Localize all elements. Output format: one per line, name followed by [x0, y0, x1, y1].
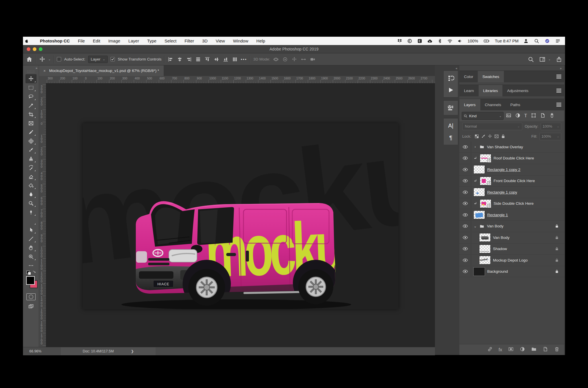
- layer-name[interactable]: Van Shadow Overlay: [487, 145, 523, 149]
- tool-button[interactable]: [26, 145, 36, 154]
- layer-visibility-toggle[interactable]: [459, 232, 471, 243]
- layer-action-button[interactable]: [487, 346, 493, 353]
- collapsed-panel-button[interactable]: ¶: [444, 132, 458, 144]
- layer-name[interactable]: Van Body: [493, 235, 510, 240]
- layer-action-button[interactable]: [554, 346, 560, 353]
- layer-action-button[interactable]: [508, 346, 514, 353]
- menubar-clock[interactable]: Tue 8:47 PM: [495, 39, 519, 43]
- layer-thumbnail[interactable]: [473, 267, 485, 276]
- layer-name[interactable]: Rectangle 1 copy 2: [487, 167, 521, 172]
- menu-item[interactable]: Filter: [181, 38, 198, 43]
- menu-item[interactable]: Layer: [124, 38, 143, 43]
- fill-field[interactable]: 100%⌄: [539, 133, 561, 140]
- status-icon[interactable]: [407, 38, 412, 44]
- menubar-right-icon[interactable]: [555, 38, 560, 44]
- layer-row[interactable]: Rectangle 1: [459, 209, 564, 221]
- layer-row[interactable]: Roof Double Click Here: [459, 153, 564, 164]
- screen-mode-button[interactable]: [28, 304, 34, 309]
- more-options-icon[interactable]: •••: [241, 57, 247, 62]
- layer-row[interactable]: Rectangle 1 copy 2: [459, 164, 564, 176]
- align-button-icon[interactable]: [223, 56, 229, 62]
- search-icon[interactable]: [528, 56, 534, 63]
- align-button-icon[interactable]: [177, 56, 183, 62]
- tool-button[interactable]: [26, 217, 36, 225]
- panel-tab[interactable]: Adjustments: [502, 85, 533, 96]
- layer-visibility-toggle[interactable]: [459, 209, 471, 221]
- tool-button[interactable]: [26, 154, 36, 163]
- layer-action-button[interactable]: [543, 346, 548, 353]
- swap-colors-icon[interactable]: [32, 270, 36, 274]
- status-chevron-icon[interactable]: ❯: [131, 349, 134, 353]
- menu-item[interactable]: Type: [143, 38, 160, 43]
- layer-visibility-toggle[interactable]: [459, 221, 471, 232]
- home-icon[interactable]: [26, 56, 33, 63]
- panel-tab[interactable]: Paths: [506, 99, 525, 110]
- zoom-window-button[interactable]: [39, 47, 42, 51]
- menu-item[interactable]: View: [212, 38, 229, 43]
- layer-thumbnail[interactable]: mockup: [479, 256, 491, 264]
- opacity-field[interactable]: 100%⌄: [541, 123, 561, 130]
- menu-item[interactable]: Photoshop CC: [36, 38, 74, 43]
- tool-button[interactable]: [26, 234, 36, 243]
- chevron-down-icon[interactable]: ⌄: [48, 58, 51, 61]
- filter-type-button[interactable]: T: [524, 113, 527, 118]
- tool-button[interactable]: [26, 128, 36, 137]
- status-icon[interactable]: [457, 38, 463, 44]
- panel-tab[interactable]: Libraries: [479, 85, 503, 96]
- layer-visibility-toggle[interactable]: [459, 198, 471, 209]
- close-tab-icon[interactable]: ×: [43, 69, 46, 73]
- lock-option-icon[interactable]: [474, 134, 479, 139]
- menu-item[interactable]: Help: [252, 38, 269, 43]
- status-icon[interactable]: [437, 38, 442, 44]
- layer-row[interactable]: Background: [459, 266, 564, 278]
- filter-type-button[interactable]: [549, 113, 555, 119]
- menubar-right-icon[interactable]: [545, 38, 550, 44]
- status-icon[interactable]: [427, 38, 432, 44]
- tool-button[interactable]: [26, 225, 36, 234]
- layer-name[interactable]: Side Double Click Here: [494, 201, 534, 206]
- move-tool-icon[interactable]: [39, 56, 45, 63]
- align-button-icon[interactable]: [204, 56, 210, 62]
- menu-item[interactable]: Window: [229, 38, 252, 43]
- tool-button[interactable]: [26, 261, 36, 270]
- layer-name[interactable]: Background: [487, 269, 508, 274]
- layer-name[interactable]: Front Double Click Here: [494, 179, 535, 183]
- collapsed-panel-button[interactable]: [444, 72, 458, 84]
- layer-row[interactable]: Van Body: [459, 232, 564, 243]
- layer-visibility-toggle[interactable]: [459, 164, 471, 175]
- layer-row[interactable]: Shadow: [459, 243, 564, 255]
- horizontal-ruler[interactable]: 3002001000100200300400500600700800900100…: [39, 76, 435, 83]
- default-colors-controls[interactable]: [25, 270, 37, 274]
- layer-action-button[interactable]: [520, 346, 525, 353]
- tool-button[interactable]: [26, 110, 36, 119]
- tool-button[interactable]: [26, 190, 36, 199]
- tool-button[interactable]: [26, 199, 36, 208]
- align-button-icon[interactable]: [168, 56, 173, 62]
- panels-expand-icon[interactable]: »: [459, 65, 564, 71]
- status-icon[interactable]: [447, 38, 452, 44]
- collapsed-panel-button[interactable]: [444, 84, 458, 96]
- panel-tab[interactable]: Color: [459, 71, 478, 82]
- layer-visibility-toggle[interactable]: [459, 141, 471, 153]
- collapsed-panel-button[interactable]: A|: [444, 120, 458, 132]
- tool-button[interactable]: [26, 83, 36, 92]
- filter-type-button[interactable]: [506, 113, 511, 119]
- tool-button[interactable]: [26, 172, 36, 181]
- status-icon[interactable]: [417, 38, 422, 44]
- layer-action-button[interactable]: [531, 346, 537, 353]
- zoom-level-field[interactable]: 66.96%: [23, 349, 61, 353]
- panel-menu-icon[interactable]: [556, 102, 564, 107]
- 3d-mode-icon[interactable]: [301, 56, 306, 62]
- layer-name[interactable]: Mockup Depot Logo: [493, 258, 528, 262]
- 3d-mode-icon[interactable]: [310, 56, 316, 62]
- lock-option-icon[interactable]: [488, 134, 492, 139]
- document-tab[interactable]: × MockupDepot_ToyotaHiace_mockup_v1.psd …: [39, 65, 164, 76]
- tool-button[interactable]: [26, 163, 36, 172]
- align-button-icon[interactable]: [214, 56, 219, 62]
- lock-option-icon[interactable]: [481, 134, 486, 139]
- collapsed-panel-button[interactable]: [444, 102, 458, 114]
- tool-button[interactable]: [26, 208, 36, 217]
- lock-option-icon[interactable]: [501, 134, 506, 139]
- panel-menu-icon[interactable]: [556, 74, 564, 79]
- layer-thumbnail[interactable]: [479, 233, 491, 242]
